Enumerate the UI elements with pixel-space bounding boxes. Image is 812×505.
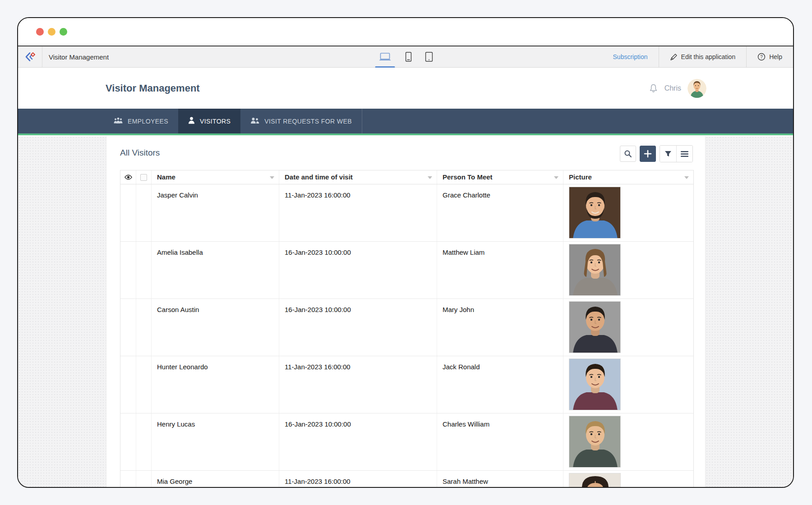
person-to-meet: Matthew Liam <box>437 242 563 256</box>
add-record-button[interactable] <box>640 146 656 162</box>
column-header-name[interactable]: Name <box>152 170 279 184</box>
plus-icon <box>644 150 652 158</box>
phone-icon <box>406 52 412 62</box>
notifications-bell-icon[interactable] <box>649 83 658 93</box>
hamburger-icon <box>681 151 688 157</box>
application-header: Visitor Management Chris <box>18 68 793 109</box>
visit-datetime: 16-Jan-2023 10:00:00 <box>279 413 437 428</box>
app-toolbar: Visitor Management <box>18 46 793 68</box>
person-to-meet: Mary John <box>437 299 563 313</box>
table-row[interactable]: Carson Austin 16-Jan-2023 10:00:00 Mary … <box>120 299 693 356</box>
view-panel: All Visitors <box>106 136 706 487</box>
laptop-preview-button[interactable] <box>378 46 393 67</box>
tablet-preview-button[interactable] <box>424 46 434 67</box>
select-all-checkbox[interactable] <box>140 174 147 181</box>
person-to-meet: Jack Ronald <box>437 356 563 371</box>
chevron-down-icon[interactable] <box>428 176 432 179</box>
table-row[interactable]: Hunter Leonardo 11-Jan-2023 16:00:00 Jac… <box>120 356 693 413</box>
column-header-datetime[interactable]: Date and time of visit <box>279 170 437 184</box>
visitor-name: Jasper Calvin <box>152 184 279 199</box>
visitor-person-icon <box>188 117 195 124</box>
column-visibility-header[interactable] <box>120 170 136 184</box>
subscription-label: Subscription <box>613 53 648 60</box>
visit-datetime: 16-Jan-2023 10:00:00 <box>279 242 437 256</box>
table-body: Jasper Calvin 11-Jan-2023 16:00:00 Grace… <box>120 184 693 488</box>
funnel-icon <box>664 151 672 157</box>
app-window: Visitor Management <box>17 17 794 488</box>
toolbar-right-actions: Subscription Edit this application ? Hel… <box>602 46 793 67</box>
chevron-down-icon[interactable] <box>270 176 274 179</box>
app-navbar: EMPLOYEES VISITORS VISIT REQUESTS FOR WE… <box>18 109 793 133</box>
person-to-meet: Sarah Matthew <box>437 471 563 485</box>
person-to-meet: Grace Charlotte <box>437 184 563 199</box>
creator-logo-icon[interactable] <box>18 46 42 67</box>
left-gutter <box>18 136 106 487</box>
filter-menu-group <box>660 145 693 162</box>
edit-application-button[interactable]: Edit this application <box>659 46 747 67</box>
visit-requests-people-icon <box>250 117 259 124</box>
window-minimize-button[interactable] <box>48 28 55 36</box>
table-row[interactable]: Henry Lucas 16-Jan-2023 10:00:00 Charles… <box>120 413 693 471</box>
laptop-icon <box>378 52 392 62</box>
column-header-picture[interactable]: Picture <box>563 170 693 184</box>
pencil-icon <box>670 53 678 61</box>
visitor-name: Carson Austin <box>152 299 279 313</box>
help-button[interactable]: ? Help <box>746 46 793 67</box>
accent-line <box>18 133 793 135</box>
select-all-header <box>136 170 152 184</box>
page-title: Visitor Management <box>106 83 200 94</box>
subscription-link[interactable]: Subscription <box>602 46 659 67</box>
edit-application-label: Edit this application <box>681 53 736 60</box>
user-name: Chris <box>664 84 681 92</box>
view-title: All Visitors <box>120 148 160 158</box>
visitor-name: Amelia Isabella <box>152 242 279 256</box>
visitor-photo <box>569 244 621 296</box>
visitor-photo <box>569 358 621 410</box>
view-toolbar <box>620 145 693 162</box>
menu-button[interactable] <box>676 146 692 162</box>
visit-datetime: 11-Jan-2023 16:00:00 <box>279 356 437 371</box>
question-circle-icon: ? <box>757 53 766 61</box>
visitor-name: Hunter Leonardo <box>152 356 279 371</box>
person-to-meet: Charles William <box>437 413 563 428</box>
column-header-person-to-meet[interactable]: Person To Meet <box>437 170 563 184</box>
user-area: Chris <box>649 79 706 98</box>
table-row[interactable]: Mia George 11-Jan-2023 16:00:00 Sarah Ma… <box>120 471 693 488</box>
table-header-row: Name Date and time of visit Person To Me… <box>120 170 693 184</box>
search-icon <box>624 150 632 158</box>
device-preview-switcher <box>378 46 434 67</box>
visitor-photo <box>569 187 621 239</box>
visitor-name: Henry Lucas <box>152 413 279 428</box>
visitor-name: Mia George <box>152 471 279 485</box>
chevron-down-icon[interactable] <box>554 176 558 179</box>
table-row[interactable]: Jasper Calvin 11-Jan-2023 16:00:00 Grace… <box>120 184 693 242</box>
tab-visit-requests-for-web[interactable]: VISIT REQUESTS FOR WEB <box>240 109 362 133</box>
visit-datetime: 11-Jan-2023 16:00:00 <box>279 184 437 199</box>
filter-button[interactable] <box>660 146 676 162</box>
table-row[interactable]: Amelia Isabella 16-Jan-2023 10:00:00 Mat… <box>120 242 693 299</box>
right-gutter <box>706 136 793 487</box>
visitors-table: Name Date and time of visit Person To Me… <box>120 170 694 488</box>
eye-icon <box>125 174 132 180</box>
visitor-photo <box>569 301 621 353</box>
window-zoom-button[interactable] <box>60 28 67 36</box>
tab-employees[interactable]: EMPLOYEES <box>104 109 178 133</box>
search-button[interactable] <box>620 146 636 162</box>
svg-text:?: ? <box>760 55 763 60</box>
phone-preview-button[interactable] <box>405 46 413 67</box>
help-label: Help <box>769 53 782 60</box>
user-avatar[interactable] <box>687 79 706 98</box>
visitor-photo <box>569 473 621 488</box>
visitor-photo <box>569 416 621 468</box>
content-area: All Visitors <box>18 136 793 487</box>
visit-datetime: 11-Jan-2023 16:00:00 <box>279 471 437 485</box>
window-titlebar <box>18 18 793 46</box>
visit-datetime: 16-Jan-2023 10:00:00 <box>279 299 437 313</box>
window-close-button[interactable] <box>36 28 44 36</box>
toolbar-app-name: Visitor Management <box>49 53 109 61</box>
chevron-down-icon[interactable] <box>684 176 689 179</box>
tab-visitors[interactable]: VISITORS <box>178 109 240 133</box>
tablet-icon <box>425 52 433 62</box>
employees-group-icon <box>114 117 123 124</box>
